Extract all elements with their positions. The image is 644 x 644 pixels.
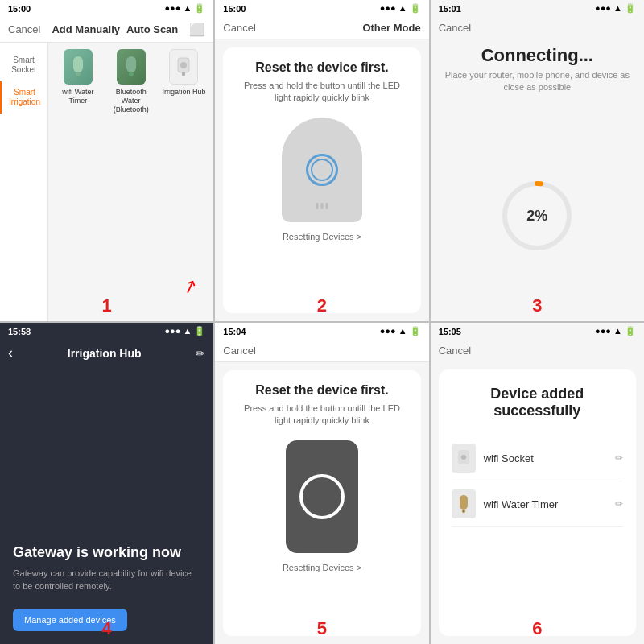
arrow-indicator: ↗: [180, 275, 200, 299]
edit-icon-4[interactable]: ✏: [196, 347, 205, 360]
progress-container-3: 2%: [431, 110, 644, 321]
reset-link-5[interactable]: Resetting Devices >: [283, 563, 361, 572]
device-button-2: [306, 154, 338, 186]
progress-circle-3: 2%: [501, 180, 573, 252]
auto-scan-btn[interactable]: Auto Scan: [126, 23, 178, 35]
status-icons-6: ●●● ▲ 🔋: [595, 326, 636, 336]
time-6: 15:05: [439, 327, 461, 336]
cell-1: 15:00 ●●● ▲ 🔋 Cancel Add Manually Auto S…: [0, 0, 213, 321]
cancel-btn-2[interactable]: Cancel: [223, 22, 255, 34]
status-icons-1: ●●● ▲ 🔋: [164, 3, 205, 14]
success-card-6: Device added successfully wifi Socket ✏: [439, 369, 636, 636]
device-visual-5: [286, 440, 358, 553]
cancel-btn-1[interactable]: Cancel: [8, 23, 40, 35]
time-1: 15:00: [8, 4, 31, 14]
step-number-6: 6: [532, 618, 542, 639]
sidebar-1: Smart Socket Smart Irrigation: [0, 43, 48, 321]
reset-desc-2: Press and hold the button untill the LED…: [236, 80, 407, 105]
gateway-desc-4: Gateway can provide capability for wifi …: [13, 568, 200, 592]
step-number-4: 4: [102, 618, 112, 639]
time-3: 15:01: [439, 4, 461, 14]
wifi-socket-edit[interactable]: ✏: [615, 452, 623, 464]
device-row-wifi-water-timer: wifi Water Timer ✏: [452, 481, 623, 527]
wifi-timer-icon: [64, 49, 93, 85]
nav-bar-1: Cancel Add Manually Auto Scan ⬜: [0, 17, 213, 43]
time-2: 15:00: [223, 4, 246, 14]
status-icons-4: ●●● ▲ 🔋: [164, 326, 205, 336]
status-bar-4: 15:58 ●●● ▲ 🔋: [0, 323, 213, 340]
svg-rect-0: [73, 56, 83, 72]
success-title-6: Device added successfully: [452, 386, 623, 419]
nav-bar-3: Cancel: [431, 17, 644, 39]
step-number-5: 5: [317, 618, 327, 639]
nav-center-1: Add Manually Auto Scan: [52, 23, 178, 35]
status-bar-3: 15:01 ●●● ▲ 🔋: [431, 0, 644, 17]
svg-point-5: [180, 62, 187, 68]
device-button-inner-2: [311, 159, 333, 181]
other-mode-btn[interactable]: Other Mode: [362, 22, 420, 34]
wifi-water-timer-edit[interactable]: ✏: [615, 498, 623, 510]
nav-bar-2: Cancel Other Mode: [215, 17, 428, 39]
status-bar-6: 15:05 ●●● ▲ 🔋: [431, 323, 644, 340]
svg-rect-2: [126, 56, 136, 72]
cell-4: 15:58 ●●● ▲ 🔋 ‹ Irrigation Hub ✏ Gateway…: [0, 323, 213, 644]
cancel-btn-3[interactable]: Cancel: [439, 22, 471, 34]
connect-title-3: Connecting...: [444, 45, 631, 66]
device-bluetooth-water[interactable]: Bluetooth Water (Bluetooth): [108, 49, 155, 114]
progress-text-3: 2%: [526, 207, 547, 224]
gateway-content-4: Gateway is working now Gateway can provi…: [0, 366, 213, 644]
status-bar-2: 15:00 ●●● ▲ 🔋: [215, 0, 428, 17]
reset-title-2: Reset the device first.: [255, 60, 388, 75]
svg-point-8: [461, 455, 466, 460]
device-ring-5: [299, 474, 345, 519]
wifi-socket-name: wifi Socket: [484, 452, 607, 464]
cell-6: 15:05 ●●● ▲ 🔋 Cancel Device added succes…: [431, 323, 644, 644]
cell-3: 15:01 ●●● ▲ 🔋 Cancel Connecting... Place…: [431, 0, 644, 321]
svg-point-3: [129, 72, 134, 76]
reset-card-5: Reset the device first. Press and hold t…: [223, 370, 420, 636]
wifi-socket-icon-small: [452, 444, 476, 473]
add-manually-btn[interactable]: Add Manually: [52, 23, 120, 35]
svg-rect-9: [460, 495, 468, 510]
back-btn-4[interactable]: ‹: [8, 345, 13, 361]
status-icons-5: ●●● ▲ 🔋: [380, 326, 421, 336]
svg-point-1: [76, 72, 80, 76]
nav-bar-6: Cancel: [431, 340, 644, 361]
svg-point-10: [462, 510, 465, 513]
step-number-2: 2: [317, 295, 327, 316]
device-grid-1: wifi Water Timer Bluetooth Water (Blueto…: [48, 43, 213, 321]
step-number-3: 3: [532, 295, 542, 316]
main-grid: 15:00 ●●● ▲ 🔋 Cancel Add Manually Auto S…: [0, 0, 644, 644]
svg-rect-6: [182, 72, 185, 76]
wifi-timer-label: wifi Water Timer: [55, 88, 101, 105]
status-icons-3: ●●● ▲ 🔋: [595, 3, 636, 14]
bluetooth-water-label: Bluetooth Water (Bluetooth): [108, 88, 155, 114]
cell-5: 15:04 ●●● ▲ 🔋 Cancel Reset the device fi…: [215, 323, 428, 644]
wifi-water-timer-icon-small: [452, 489, 476, 518]
hub-title-4: Irrigation Hub: [68, 347, 142, 360]
wifi-water-timer-name: wifi Water Timer: [484, 498, 607, 510]
time-5: 15:04: [223, 327, 246, 336]
step-number-1: 1: [102, 295, 112, 316]
gateway-title-4: Gateway is working now: [13, 544, 200, 561]
irrigation-hub-icon: [169, 49, 198, 85]
bluetooth-water-icon: [117, 49, 146, 85]
reset-title-5: Reset the device first.: [255, 383, 388, 398]
scan-icon[interactable]: ⬜: [189, 22, 205, 37]
device-visual-2: [282, 118, 362, 222]
sidebar-smart-socket[interactable]: Smart Socket: [0, 49, 47, 81]
connect-desc-3: Place your router, mobile phone, and dev…: [444, 69, 631, 94]
cell-2: 15:00 ●●● ▲ 🔋 Cancel Other Mode Reset th…: [215, 0, 428, 321]
status-bar-5: 15:04 ●●● ▲ 🔋: [215, 323, 428, 340]
device-wifi-timer[interactable]: wifi Water Timer: [55, 49, 101, 114]
irrigation-hub-label: Irrigation Hub: [162, 88, 205, 97]
cancel-btn-6[interactable]: Cancel: [439, 345, 471, 357]
status-icons-2: ●●● ▲ 🔋: [380, 3, 421, 14]
cancel-btn-5[interactable]: Cancel: [223, 345, 255, 357]
status-bar-1: 15:00 ●●● ▲ 🔋: [0, 0, 213, 17]
device-irrigation-hub[interactable]: Irrigation Hub: [161, 49, 208, 114]
reset-desc-5: Press and hold the button untill the LED…: [236, 402, 407, 427]
nav-bar-4: ‹ Irrigation Hub ✏: [0, 340, 213, 366]
reset-link-2[interactable]: Resetting Devices >: [283, 232, 361, 242]
sidebar-smart-irrigation[interactable]: Smart Irrigation: [0, 81, 47, 114]
